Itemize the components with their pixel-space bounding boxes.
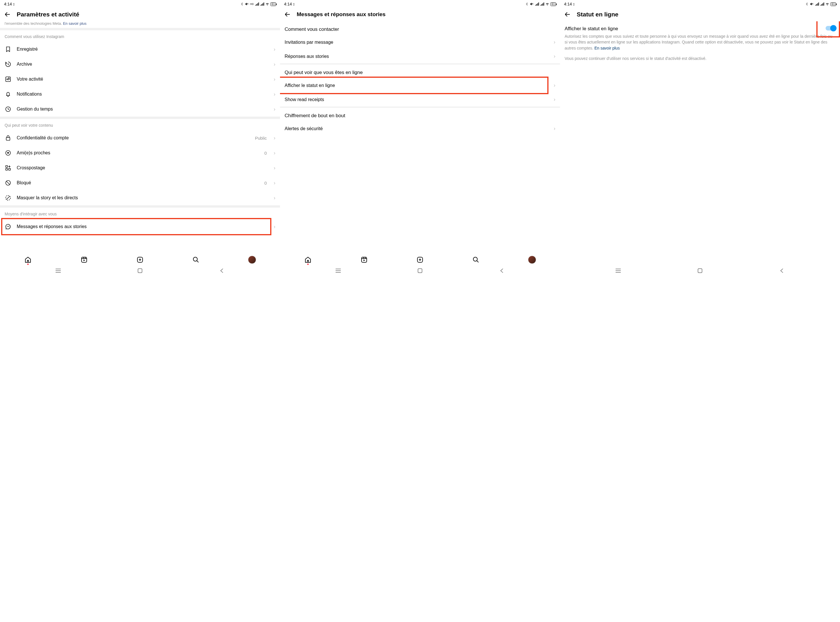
arrow-left-icon [564, 11, 571, 18]
battery-icon: 61 [831, 2, 836, 6]
header: Statut en ligne [560, 8, 840, 21]
sys-home-icon[interactable] [137, 268, 143, 274]
screen-activity-status: 4:14 ▯ 61 Statut en ligne Afficher le st… [560, 0, 840, 276]
nav-profile[interactable] [248, 256, 256, 264]
nav-reels[interactable] [360, 256, 368, 264]
time-mgmt-row[interactable]: Gestion du temps › [0, 102, 280, 117]
chevron-right-icon: › [274, 135, 275, 141]
back-button[interactable] [4, 11, 11, 18]
system-nav [280, 265, 560, 276]
sys-home-icon[interactable] [697, 268, 703, 274]
sys-back-icon[interactable] [779, 268, 785, 274]
section-contact-header: Comment vous contacter [280, 21, 560, 35]
blocked-row[interactable]: Bloqué 0 › [0, 175, 280, 191]
signal2-icon [820, 2, 824, 6]
section-interact-header: Moyens d'intéragir avec vous [0, 207, 280, 219]
activity-status-toggle-row: Afficher le statut en ligne [560, 21, 840, 33]
clock-icon [5, 106, 12, 113]
activity-status-row[interactable]: Afficher le statut en ligne › [280, 78, 560, 93]
description-2: Vous pouvez continuer d'utiliser nos ser… [560, 55, 840, 66]
sys-back-icon[interactable] [219, 268, 225, 274]
nav-home[interactable] [24, 256, 32, 264]
bell-icon [5, 91, 12, 98]
read-receipts-row[interactable]: Show read receipts › [280, 93, 560, 107]
sys-menu-icon[interactable] [615, 268, 621, 274]
nav-search[interactable] [192, 256, 200, 264]
block-icon [5, 179, 12, 186]
messages-row[interactable]: Messages et réponses aux stories › [0, 219, 280, 234]
chevron-right-icon: › [274, 91, 275, 98]
chevron-right-icon: › [554, 39, 555, 45]
sys-back-icon[interactable] [499, 268, 505, 274]
svg-rect-12 [138, 269, 142, 273]
status-time: 4:14 [4, 2, 12, 6]
svg-rect-17 [698, 269, 702, 273]
svg-rect-6 [9, 168, 11, 170]
bookmark-icon [5, 46, 12, 53]
signal-icon [815, 2, 819, 6]
crosspost-row[interactable]: Crosspostage › [0, 160, 280, 175]
chevron-right-icon: › [554, 82, 555, 88]
chevron-right-icon: › [274, 150, 275, 156]
battery-icon: 61 [550, 2, 556, 6]
chevron-right-icon: › [274, 106, 275, 112]
bluetooth-icon [525, 2, 528, 6]
nav-home[interactable] [304, 256, 312, 264]
avatar-icon [248, 256, 256, 264]
back-button[interactable] [284, 11, 291, 18]
chevron-right-icon: › [274, 224, 275, 230]
hide-story-row[interactable]: Masquer la story et les directs › [0, 191, 280, 205]
sys-menu-icon[interactable] [335, 268, 341, 274]
nav-create[interactable] [136, 256, 144, 264]
status-icons: 61 [525, 2, 556, 6]
nav-create[interactable] [416, 256, 424, 264]
svg-rect-2 [6, 137, 10, 140]
sys-menu-icon[interactable] [55, 268, 61, 274]
saved-row[interactable]: Enregistré › [0, 42, 280, 57]
activity-row[interactable]: Votre activité › [0, 72, 280, 87]
system-nav [0, 265, 280, 276]
status-sim-icon: ▯ [13, 3, 15, 6]
security-alerts-row[interactable]: Alertes de sécurité › [280, 122, 560, 136]
activity-status-toggle[interactable] [826, 26, 835, 30]
invitations-row[interactable]: Invitations par message › [280, 35, 560, 49]
signal2-icon [260, 2, 264, 6]
nav-search[interactable] [472, 256, 480, 264]
chevron-right-icon: › [274, 195, 275, 201]
arrow-left-icon [4, 11, 11, 18]
nav-profile[interactable] [528, 256, 536, 264]
learn-more-link[interactable]: En savoir plus [63, 21, 87, 26]
chevron-right-icon: › [554, 53, 555, 59]
system-nav [560, 265, 840, 276]
star-circle-icon [5, 149, 12, 156]
screen-messages: 4:14 ▯ 61 Messages et réponses aux stori… [280, 0, 560, 276]
status-bar: 4:14 ▯ 61 [280, 0, 560, 8]
back-button[interactable] [564, 11, 571, 18]
close-friends-row[interactable]: Ami(e)s proches 0 › [0, 145, 280, 160]
truncated-text: l'ensemble des technologies Meta. En sav… [0, 21, 280, 28]
description-1: Autorisez les comptes que vous suivez et… [560, 33, 840, 55]
page-title: Messages et réponses aux stories [297, 11, 385, 18]
status-bar: 4:14 ▯ 61 [560, 0, 840, 8]
section-online-header: Qui peut voir que vous êtes en ligne [280, 64, 560, 78]
section-visibility-header: Qui peut voir votre contenu [0, 119, 280, 130]
svg-rect-5 [6, 168, 8, 170]
privacy-row[interactable]: Confidentialité du compte Public › [0, 130, 280, 145]
chevron-right-icon: › [274, 61, 275, 67]
notifications-row[interactable]: Notifications › [0, 87, 280, 102]
section-e2e-header: Chiffrement de bout en bout [280, 108, 560, 122]
status-icons: 61 [805, 2, 836, 6]
arrow-left-icon [284, 11, 291, 18]
story-replies-row[interactable]: Réponses aux stories › [280, 49, 560, 63]
svg-rect-13 [362, 257, 367, 262]
avatar-icon [528, 256, 536, 264]
archive-row[interactable]: Archive › [0, 57, 280, 72]
svg-rect-9 [81, 257, 87, 262]
status-sim-icon: ▯ [573, 3, 575, 6]
nav-reels[interactable] [80, 256, 88, 264]
learn-more-link[interactable]: En savoir plus [594, 46, 620, 50]
status-sim-icon: ▯ [293, 3, 295, 6]
screen-settings: 4:14 ▯ HD 61 Paramètres et activité l'en… [0, 0, 280, 276]
signal2-icon [540, 2, 544, 6]
sys-home-icon[interactable] [417, 268, 423, 274]
